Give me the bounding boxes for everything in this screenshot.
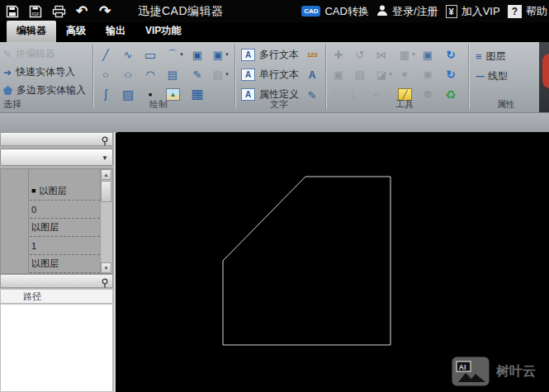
array-tool-icon[interactable]: ▦	[396, 46, 413, 63]
watermark: AI 树叶云	[452, 357, 536, 386]
canvas-svg	[117, 132, 549, 392]
ribbon-lower-strip	[0, 113, 549, 133]
array-dropdown-icon[interactable]: ▼	[411, 52, 416, 57]
erase-dropdown-icon[interactable]: ▼	[388, 72, 393, 77]
scurve-tool-icon[interactable]: ʃ	[97, 86, 114, 102]
spray-tool-icon[interactable]: ✽	[419, 86, 436, 102]
points-tool-icon[interactable]: ∴	[327, 86, 343, 102]
undo-icon[interactable]: ↶	[74, 4, 89, 19]
table-row[interactable]: 0	[30, 201, 100, 219]
login-button[interactable]: 登录/注册	[376, 4, 438, 19]
text-edit-tool-icon[interactable]: ✎	[304, 87, 320, 103]
numbering-tool-icon[interactable]: 123	[304, 47, 320, 64]
title-bar: PDF ↶ ↷ 迅捷CAD编辑器 CAD CAD转换 登录/注册 ¥ 加入VIP	[0, 0, 549, 22]
linetype-button[interactable]: ┄┄ 线型	[476, 69, 508, 83]
save-pdf-icon[interactable]: PDF	[28, 4, 43, 19]
block-edit-tool-icon[interactable]: ▣	[210, 46, 226, 63]
block-edit-dropdown-icon[interactable]: ▼	[225, 52, 230, 57]
paste-tool-icon[interactable]: ▤	[352, 66, 368, 83]
table-row[interactable]: ■ 以图层	[30, 182, 100, 201]
titlebar-actions: CAD CAD转换 登录/注册 ¥ 加入VIP ? 帮助	[301, 0, 549, 22]
table-tool-icon[interactable]: ▦	[189, 86, 206, 102]
property-value: 1	[31, 241, 36, 251]
help-button[interactable]: ? 帮助	[508, 4, 547, 19]
hatch-tool-icon[interactable]: ▨	[120, 86, 136, 102]
purge-tool-icon[interactable]: ♻	[443, 86, 459, 102]
file-list-area[interactable]	[0, 304, 113, 392]
login-label: 登录/注册	[392, 4, 438, 19]
polygon-icon	[3, 86, 12, 95]
linetype-label: 线型	[488, 69, 508, 83]
path-column-header[interactable]: 路径	[0, 289, 113, 304]
corner-tool-icon[interactable]: ⌐	[368, 86, 385, 102]
scroll-down-icon[interactable]: ▼	[101, 262, 111, 273]
scrollbar-thumb[interactable]	[101, 181, 111, 202]
property-value: 以图层	[31, 257, 59, 270]
layers-label: 图层	[486, 50, 506, 64]
block-editor-button[interactable]: ✎ 块编辑器	[3, 47, 55, 61]
svg-text:AI: AI	[459, 363, 466, 371]
block-editor-label: 块编辑器	[16, 47, 55, 61]
polygon-entity-input-button[interactable]: 多边形实体输入	[3, 83, 86, 97]
polyline-tool-icon[interactable]: ⌒	[164, 46, 181, 63]
paste-special-tool-icon[interactable]: ▤	[210, 66, 226, 83]
rotate-tool-icon[interactable]: ↺	[352, 46, 368, 63]
tab-vip[interactable]: VIP功能	[135, 21, 191, 42]
cad-convert-button[interactable]: CAD CAD转换	[301, 4, 369, 19]
erase-tool-icon[interactable]: ◪	[373, 66, 390, 83]
ellipse-tool-icon[interactable]: ○	[117, 66, 140, 83]
mtext-icon: A	[241, 49, 255, 61]
block-copy-tool-icon[interactable]: ▣	[189, 46, 206, 63]
block-insert-tool-icon[interactable]: ▤	[164, 66, 181, 83]
properties-panel: ▼ ■ 以图层 0 以图层 1 以图层	[0, 132, 116, 392]
pin-icon[interactable]	[101, 135, 109, 149]
tab-editor[interactable]: 编辑器	[7, 21, 56, 42]
paste-nested-tool-icon[interactable]: ▣	[419, 66, 436, 83]
measure-tool-icon[interactable]: ∟	[347, 86, 363, 102]
copy-tool-icon[interactable]: ▣	[330, 66, 347, 83]
properties-panel-titlebar[interactable]	[0, 132, 113, 146]
tab-advanced[interactable]: 高级	[56, 21, 96, 42]
stext-label: 单行文本	[259, 68, 299, 82]
drawing-canvas[interactable]: AI 树叶云	[117, 132, 549, 392]
quick-entity-import-button[interactable]: ➔ 快速实体导入	[3, 65, 75, 79]
mtext-button[interactable]: A 多行文本	[241, 48, 299, 62]
property-table: ■ 以图层 0 以图层 1 以图层 ▲ ▼	[0, 168, 113, 274]
print-icon[interactable]	[51, 4, 66, 19]
redo-icon[interactable]: ↷	[97, 4, 112, 19]
group-separator	[234, 45, 236, 109]
group-separator	[468, 45, 470, 109]
save-icon[interactable]	[5, 4, 20, 19]
files-panel-titlebar[interactable]	[0, 274, 113, 288]
scroll-up-icon[interactable]: ▲	[101, 169, 111, 180]
drawn-polygon[interactable]	[223, 177, 390, 345]
vip-button[interactable]: ¥ 加入VIP	[446, 4, 500, 19]
line-tool-icon[interactable]: ╱	[97, 46, 114, 63]
spell-check-tool-icon[interactable]: A	[304, 67, 320, 83]
circle-tool-icon[interactable]: ○	[97, 66, 114, 83]
tab-output[interactable]: 输出	[96, 21, 135, 42]
table-row[interactable]: 1	[30, 237, 100, 255]
copy-nested-tool-icon[interactable]: ▣	[419, 46, 436, 63]
property-filter-dropdown[interactable]: ▼	[0, 149, 113, 166]
scrollbar[interactable]: ▲ ▼	[100, 169, 112, 273]
paste-special-dropdown-icon[interactable]: ▼	[225, 72, 230, 77]
rectangle-tool-icon[interactable]: ▭	[142, 46, 159, 63]
spline-pen-tool-icon[interactable]: ∿	[120, 46, 136, 63]
refresh-attrs-tool-icon[interactable]: ↻	[443, 66, 459, 83]
quick-access-toolbar: PDF ↶ ↷	[0, 4, 112, 19]
explode-tool-icon[interactable]: ✶	[396, 66, 413, 83]
table-row[interactable]: 以图层	[30, 219, 100, 237]
refresh-blocks-tool-icon[interactable]: ↻	[443, 46, 459, 63]
pencil-line-tool-icon[interactable]: ✎	[189, 66, 206, 83]
image-tool-icon[interactable]: ▲	[166, 88, 180, 101]
stext-button[interactable]: A 单行文本	[241, 68, 299, 82]
mirror-tool-icon[interactable]: ⋈	[373, 46, 390, 63]
polyline-dropdown-icon[interactable]: ▼	[179, 52, 184, 57]
layers-button[interactable]: ≡ 图层	[476, 50, 506, 64]
help-icon: ?	[508, 5, 522, 18]
move-tool-icon[interactable]: ✚	[330, 46, 347, 63]
table-row[interactable]: 以图层	[30, 255, 100, 273]
chevron-down-icon: ▼	[102, 154, 108, 162]
arc-tool-icon[interactable]: ◠	[142, 66, 159, 83]
